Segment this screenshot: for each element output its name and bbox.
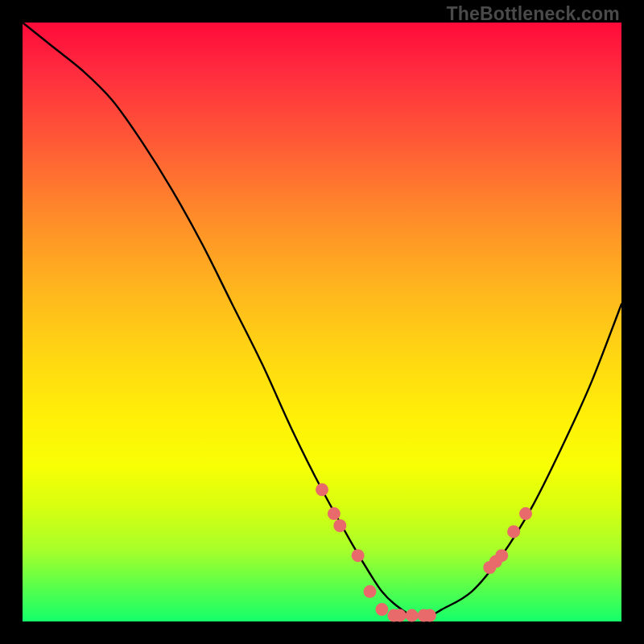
highlight-dot (495, 549, 508, 562)
highlight-dot (423, 609, 436, 622)
chart-frame: TheBottleneck.com (0, 0, 644, 644)
highlight-dot (328, 507, 341, 520)
highlight-dot (519, 507, 532, 520)
highlight-dot (375, 603, 388, 616)
highlight-dot (364, 585, 377, 598)
highlight-dot (394, 609, 407, 622)
bottleneck-curve (23, 23, 621, 617)
highlight-dot (507, 525, 520, 538)
plot-area (23, 23, 621, 621)
highlight-dot (316, 483, 328, 496)
highlight-dot (352, 549, 365, 562)
watermark-text: TheBottleneck.com (446, 3, 620, 25)
curve-svg (23, 23, 621, 621)
highlight-dot (406, 609, 419, 622)
highlight-dots (316, 483, 532, 621)
highlight-dot (333, 519, 346, 532)
